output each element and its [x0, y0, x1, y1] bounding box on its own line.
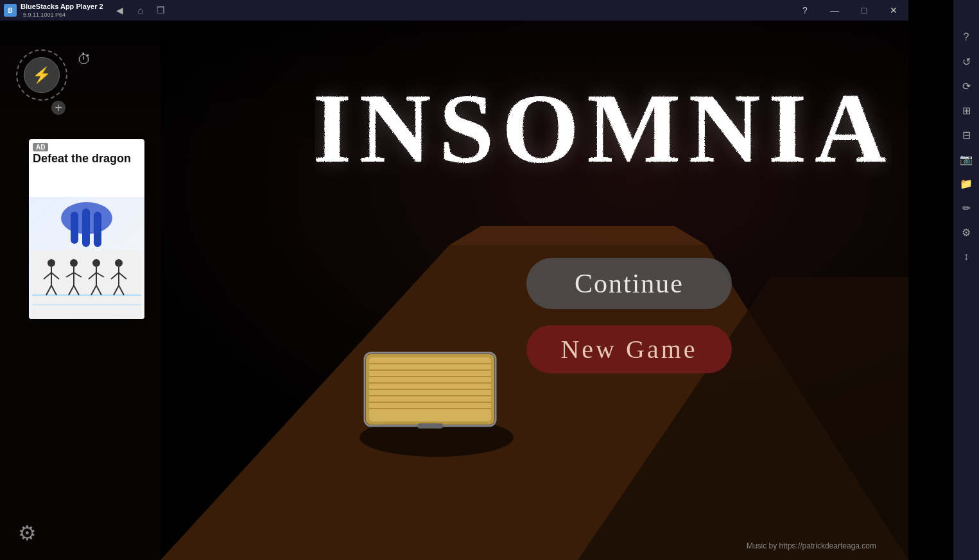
continue-button[interactable]: Continue: [526, 258, 732, 309]
svg-point-32: [70, 259, 78, 267]
svg-rect-21: [82, 208, 90, 247]
right-sidebar: ? ↺ ⟳ ⊞ ⊟ 📷 📁 ✏ ⚙ ↕: [953, 0, 979, 560]
nav-multiwindow-button[interactable]: ❒: [151, 0, 171, 21]
sidebar-help-icon[interactable]: ?: [955, 26, 978, 49]
help-button[interactable]: ?: [790, 0, 820, 21]
game-area: INSOMNIA Continue New Game Music by http…: [0, 21, 908, 560]
minimize-button[interactable]: —: [820, 0, 849, 21]
app-icon: B: [4, 4, 17, 17]
new-game-button[interactable]: New Game: [526, 325, 732, 373]
ad-title: Defeat the dragon: [33, 152, 141, 166]
macro-add-icon[interactable]: +: [51, 101, 65, 115]
macro-circle[interactable]: ⚡: [16, 49, 67, 101]
timer-icon[interactable]: ⏱: [77, 51, 91, 68]
window-controls: ? — □ ✕: [790, 0, 908, 21]
sidebar-resize-icon[interactable]: ↕: [955, 245, 978, 268]
new-game-label: New Game: [560, 334, 697, 364]
macro-icon: ⚡: [24, 57, 60, 93]
maximize-button[interactable]: □: [849, 0, 879, 21]
svg-rect-22: [94, 212, 101, 247]
game-title-svg: INSOMNIA: [315, 46, 892, 226]
nav-back-button[interactable]: ◀: [110, 0, 130, 21]
sidebar-rotate-icon[interactable]: ⟳: [955, 74, 978, 98]
sidebar-refresh-icon[interactable]: ↺: [955, 50, 978, 73]
nav-home-button[interactable]: ⌂: [130, 0, 151, 21]
app-version: 5.9.11.1001 P64: [23, 12, 103, 18]
sidebar-edit-icon[interactable]: ✏: [955, 196, 978, 219]
sidebar-apps-icon[interactable]: ⊟: [955, 123, 978, 146]
svg-text:INSOMNIA: INSOMNIA: [315, 73, 892, 183]
svg-point-26: [48, 259, 55, 267]
svg-rect-20: [71, 212, 78, 244]
svg-rect-23: [32, 250, 141, 318]
ad-graphic-svg: [32, 199, 141, 318]
ad-banner[interactable]: AD Defeat the dragon: [29, 139, 144, 319]
app-title: BlueStacks App Player 2: [21, 3, 103, 10]
svg-point-38: [92, 259, 100, 267]
sidebar-settings-icon[interactable]: ⚙: [955, 221, 978, 244]
music-credit: Music by https://patrickdearteaga.com: [747, 541, 876, 550]
settings-gear-icon[interactable]: ⚙: [13, 519, 41, 547]
svg-point-44: [115, 259, 123, 267]
titlebar: B BlueStacks App Player 2 5.9.11.1001 P6…: [0, 0, 908, 21]
ad-image-area: [29, 197, 144, 319]
close-button[interactable]: ✕: [879, 0, 908, 21]
sidebar-layers-icon[interactable]: ⊞: [955, 99, 978, 122]
continue-label: Continue: [575, 268, 684, 299]
ad-badge: AD: [33, 143, 48, 151]
sidebar-camera-icon[interactable]: 📷: [955, 148, 978, 171]
sidebar-folder-icon[interactable]: 📁: [955, 172, 978, 195]
